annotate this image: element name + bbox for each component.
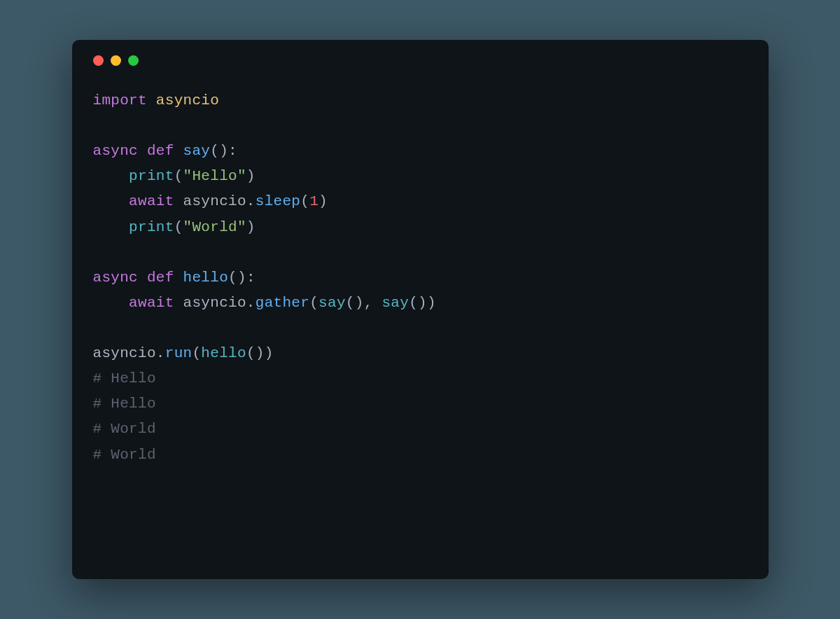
- close-icon[interactable]: [93, 55, 104, 66]
- comment-line: # World: [93, 447, 156, 463]
- paren-close: ): [219, 143, 228, 159]
- keyword-import: import: [93, 92, 147, 109]
- call-hello: hello: [201, 345, 246, 361]
- call-say: say: [318, 295, 346, 311]
- keyword-def: def: [147, 270, 174, 286]
- module-asyncio: asyncio: [156, 92, 219, 109]
- colon: :: [228, 143, 237, 159]
- string-hello: "Hello": [183, 168, 246, 184]
- call-say: say: [382, 295, 409, 311]
- function-say: say: [183, 143, 211, 159]
- code-block: import asyncio async def say(): print("H…: [93, 88, 748, 468]
- module-asyncio: asyncio: [183, 295, 246, 311]
- keyword-await: await: [129, 193, 174, 209]
- comment-line: # Hello: [93, 396, 156, 412]
- keyword-async: async: [93, 143, 139, 159]
- maximize-icon[interactable]: [128, 55, 139, 66]
- method-sleep: sleep: [255, 193, 301, 209]
- module-asyncio: asyncio: [183, 193, 246, 209]
- comma: ,: [364, 295, 382, 311]
- call-print: print: [129, 168, 174, 184]
- comment-line: # Hello: [93, 370, 156, 387]
- minimize-icon[interactable]: [111, 55, 121, 66]
- paren-open: (: [210, 143, 219, 159]
- window-controls: [93, 55, 748, 66]
- keyword-async: async: [93, 270, 139, 286]
- number-1: 1: [309, 193, 318, 209]
- code-window: import asyncio async def say(): print("H…: [72, 40, 769, 579]
- method-run: run: [165, 345, 192, 361]
- method-gather: gather: [255, 295, 309, 311]
- module-asyncio: asyncio: [93, 345, 156, 361]
- comment-line: # World: [93, 421, 156, 437]
- keyword-await: await: [129, 295, 174, 311]
- function-hello: hello: [183, 270, 229, 286]
- call-print: print: [129, 219, 174, 235]
- string-world: "World": [183, 219, 246, 235]
- keyword-def: def: [147, 143, 174, 159]
